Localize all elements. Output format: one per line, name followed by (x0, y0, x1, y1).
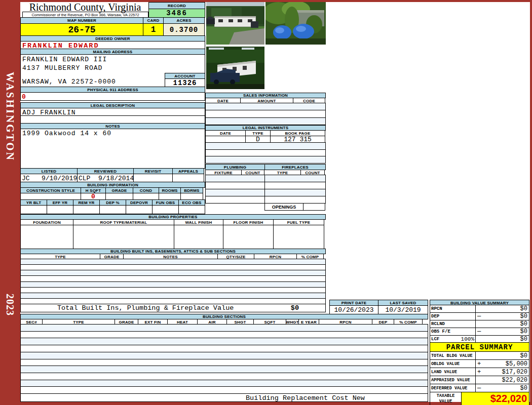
bvs-obs-op: — (476, 328, 482, 335)
plumbing-row (205, 182, 265, 189)
bvs-obs-value: $0 (482, 328, 529, 335)
construction-style-value (20, 193, 81, 200)
ps-obldg-op: + (476, 360, 482, 368)
deeded-owner-value: FRANKLIN EDWARD (20, 41, 205, 49)
taxable-value: $22,020 (462, 392, 529, 405)
bvs-rpcn-value: $0 (482, 305, 529, 312)
foundation-value (20, 225, 73, 249)
account-value: 11326 (165, 78, 205, 87)
spine-district-label: WASHINGTON (4, 72, 16, 161)
building-section-row (20, 338, 428, 345)
bvs-row-obs: OBS F/E — $0 (430, 328, 529, 336)
plumbing-rows (205, 175, 265, 204)
map-number-value: 26-75 (20, 23, 143, 36)
fireplace-rows (264, 175, 326, 204)
ps-land-op: + (476, 369, 482, 376)
bvs-dep-op: — (476, 313, 482, 320)
grade-value (105, 193, 133, 200)
building-section-row (20, 331, 428, 339)
ps-obldg-label: OBLDG VALUE (431, 361, 460, 367)
bvs-row-rclnd: RCLND $0 (430, 320, 529, 328)
bvs-rclnd-label: RCLND (431, 321, 445, 327)
fireplace-row (264, 182, 326, 189)
spine-sidebar: WASHINGTON 2023 (0, 0, 20, 405)
mailing-line-1: FRANKLIN EDWARD III (22, 56, 107, 63)
mailing-line-2: 4137 MULBERRY ROAD (22, 64, 102, 72)
fireplace-row (264, 189, 326, 196)
ps-row-taxable: TAXABLE VALUE $22,020 (430, 392, 529, 405)
record-card: Richmond County, Virginia Commissioner o… (20, 2, 530, 402)
cond-value (133, 193, 159, 200)
fuel-type-value (273, 225, 324, 249)
built-ins-total-label: Total Built Ins, Plumbing & Fireplace Va… (57, 304, 234, 312)
bvs-rclnd-value: $0 (482, 320, 529, 328)
sales-rows (205, 103, 326, 125)
building-section-row (20, 373, 428, 380)
listed-value: JC 9/10/2019 (20, 174, 78, 182)
bvs-dep-value: $0 (482, 313, 529, 320)
mailing-line-3: WARSAW, VA 22572-0000 (22, 78, 116, 86)
building-sections-footer: Building Replacement Cost New (20, 393, 428, 402)
building-section-row (20, 386, 428, 394)
built-ins-total-row: Total Built Ins, Plumbing & Fireplace Va… (20, 304, 326, 312)
floor-finish-value (223, 225, 274, 249)
building-section-row (20, 324, 428, 332)
notes-value: 1999 Oakwood 14 x 60 (20, 129, 205, 169)
bvs-obs-label: OBS F/E (431, 329, 450, 334)
ps-row-appraised: APPRAISED VALUE $22,020 (430, 376, 529, 384)
card-value: 1 (143, 23, 164, 36)
ps-obldg-value: $5,000 (482, 360, 529, 368)
openings-value (303, 203, 325, 211)
building-sections-rows (20, 325, 428, 394)
fireplace-row (264, 175, 326, 182)
ps-land-value: $17,020 (482, 369, 529, 376)
dep-pct-value (99, 205, 126, 214)
fireplace-row (264, 196, 326, 204)
legal-description-box: ADJ FRANKLIN (20, 108, 205, 124)
taxable-value-label: TAXABLE VALUE (430, 392, 462, 405)
building-value-summary: RPCN $0 DEP — $0 RCLND $0 OBS F/E — $0 L… (430, 305, 529, 343)
ps-deferred-label: DEFERRED VALUE (431, 386, 467, 391)
bvs-row-dep: DEP — $0 (430, 312, 529, 320)
building-section-row (20, 352, 428, 359)
plumbing-row (205, 189, 265, 196)
legal-description-value: ADJ FRANKLIN (21, 108, 205, 116)
parcel-summary-title: PARCEL SUMMARY (430, 342, 529, 352)
sales-row (205, 110, 326, 117)
plumbing-row (205, 175, 265, 182)
legal-instrument-rows (205, 143, 326, 164)
built-ins-total-value: $0 (291, 304, 299, 312)
ps-total-bldg-label: TOTAL BLDG VALUE (431, 353, 473, 358)
bvs-dep-label: DEP (431, 314, 439, 319)
plumbing-row (205, 196, 265, 204)
yr-blt-value (20, 205, 47, 214)
print-date-value: 10/26/2023 (329, 305, 378, 314)
building-section-row (20, 359, 428, 367)
built-ins-rows (20, 259, 326, 304)
depovr-value (126, 205, 153, 214)
fun-obs-value (152, 205, 179, 214)
building-section-row (20, 345, 428, 352)
wall-finish-value (174, 225, 223, 249)
ps-row-deferred: DEFERRED VALUE — $0 (430, 384, 529, 392)
roof-type-value (73, 225, 174, 249)
property-photo-side (206, 47, 264, 89)
revisit-value (133, 174, 173, 182)
parcel-summary: TOTAL BLDG VALUE $0 OBLDG VALUE + $5,000… (430, 352, 529, 405)
legal-instrument-row (205, 142, 326, 150)
h-sqft-value: 0 (81, 193, 106, 200)
eff-yr-value (47, 205, 73, 214)
ps-appraised-label: APPRAISED VALUE (431, 378, 470, 383)
ps-appraised-value: $22,020 (482, 377, 529, 384)
bvs-rpcn-label: RPCN (431, 306, 442, 311)
spine-year-label: 2023 (4, 294, 16, 316)
last-saved-value: 10/3/2019 (378, 305, 428, 314)
building-section-row (20, 380, 428, 387)
ps-deferred-value: $0 (482, 385, 529, 392)
sales-row (205, 103, 326, 110)
bvs-lcf-label: LCF (431, 337, 439, 342)
ps-total-bldg-value: $0 (482, 352, 529, 359)
property-photo-front (206, 2, 264, 45)
legal-instrument-row (205, 156, 326, 164)
bvs-row-rpcn: RPCN $0 (430, 305, 529, 313)
